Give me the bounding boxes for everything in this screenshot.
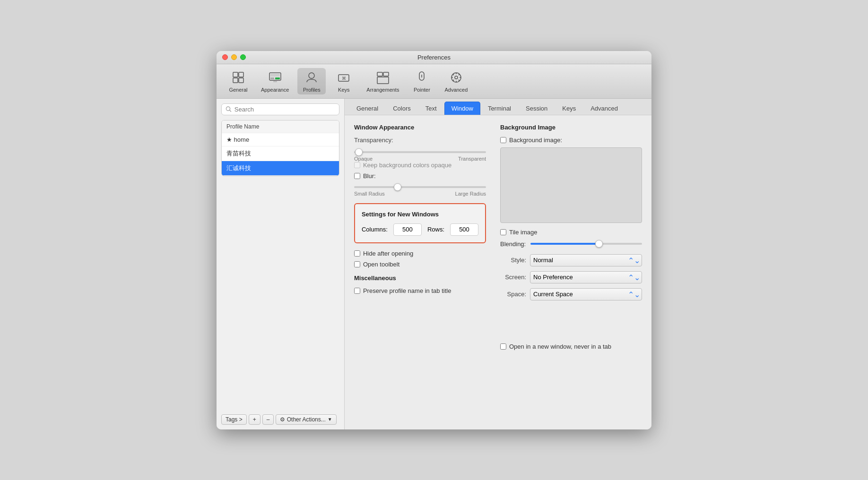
toolbar-item-pointer[interactable]: Pointer bbox=[408, 68, 436, 94]
columns-label: Columns: bbox=[362, 226, 388, 233]
toolbar-arrangements-label: Arrangements bbox=[366, 87, 399, 93]
blending-row: Blending: bbox=[500, 240, 642, 248]
transparency-slider-labels: Opaque Transparent bbox=[354, 156, 486, 162]
blur-row: Blur: bbox=[354, 172, 486, 180]
svg-rect-13 bbox=[383, 72, 389, 76]
toolbar-item-profiles[interactable]: Profiles bbox=[297, 68, 326, 94]
profile-item-qingmiao[interactable]: 青苗科技 bbox=[222, 146, 339, 161]
keep-bg-label: Keep background colors opaque bbox=[363, 162, 451, 169]
preserve-profile-checkbox[interactable] bbox=[354, 288, 360, 294]
screen-select-wrapper: No Preference Main Screen Screen with Cu… bbox=[530, 271, 642, 283]
svg-point-18 bbox=[455, 76, 458, 79]
transparency-slider-thumb[interactable] bbox=[355, 148, 363, 156]
tab-terminal[interactable]: Terminal bbox=[481, 102, 518, 115]
tab-text[interactable]: Text bbox=[418, 102, 444, 115]
tile-image-checkbox[interactable] bbox=[500, 229, 506, 235]
toolbar-pointer-label: Pointer bbox=[414, 87, 430, 93]
svg-line-24 bbox=[459, 79, 460, 80]
profile-item-huicheng[interactable]: 汇诚科技 bbox=[222, 161, 339, 176]
toolbar-item-advanced[interactable]: Advanced bbox=[440, 68, 472, 94]
transparency-slider-container: Opaque Transparent bbox=[354, 148, 486, 162]
svg-rect-12 bbox=[377, 72, 382, 76]
toolbar-advanced-label: Advanced bbox=[444, 87, 468, 93]
window-title: Preferences bbox=[417, 54, 451, 61]
svg-rect-5 bbox=[270, 74, 280, 77]
blur-slider-track[interactable] bbox=[354, 186, 486, 188]
open-toolbelt-checkbox[interactable] bbox=[354, 261, 360, 267]
minimize-button[interactable] bbox=[231, 54, 237, 60]
misc-title: Miscellaneous bbox=[354, 274, 486, 282]
open-toolbelt-label: Open toolbelt bbox=[363, 261, 399, 268]
transparent-label: Transparent bbox=[458, 156, 486, 162]
keys-icon: ⌘ bbox=[336, 70, 351, 85]
tab-general[interactable]: General bbox=[349, 102, 385, 115]
keep-bg-row: Keep background colors opaque bbox=[354, 162, 486, 169]
hide-after-opening-checkbox[interactable] bbox=[354, 250, 360, 257]
style-select-wrapper: Normal Maximized Fullscreen No Title Bar… bbox=[530, 254, 642, 266]
advanced-icon bbox=[449, 70, 464, 85]
panel-content: Window Appearance Transparency: Opaque T… bbox=[345, 115, 651, 429]
title-bar: Preferences bbox=[217, 51, 651, 64]
screen-label: Screen: bbox=[500, 274, 526, 281]
window-controls bbox=[222, 54, 246, 60]
rows-input[interactable] bbox=[450, 223, 478, 236]
open-toolbelt-row: Open toolbelt bbox=[354, 261, 486, 268]
search-input[interactable] bbox=[234, 106, 335, 113]
blending-slider[interactable] bbox=[530, 243, 642, 245]
large-radius-label: Large Radius bbox=[455, 191, 486, 197]
space-label: Space: bbox=[500, 291, 526, 298]
svg-rect-8 bbox=[273, 81, 277, 82]
bg-image-checkbox[interactable] bbox=[500, 137, 506, 143]
style-select[interactable]: Normal Maximized Fullscreen No Title Bar bbox=[530, 254, 642, 266]
other-actions-button[interactable]: ⚙ Other Actions... ▼ bbox=[276, 414, 336, 425]
profile-list-header: Profile Name bbox=[222, 120, 339, 133]
tab-colors[interactable]: Colors bbox=[386, 102, 418, 115]
tab-window[interactable]: Window bbox=[444, 102, 480, 115]
tab-keys[interactable]: Keys bbox=[555, 102, 583, 115]
screen-select[interactable]: No Preference Main Screen Screen with Cu… bbox=[530, 271, 642, 283]
toolbar-item-general[interactable]: General bbox=[224, 68, 252, 94]
transparency-row: Transparency: bbox=[354, 137, 486, 144]
tags-button[interactable]: Tags > bbox=[221, 414, 247, 425]
add-profile-button[interactable]: + bbox=[249, 414, 260, 425]
blending-thumb[interactable] bbox=[595, 240, 603, 248]
maximize-button[interactable] bbox=[240, 54, 246, 60]
toolbar-item-keys[interactable]: ⌘ Keys bbox=[330, 68, 358, 94]
transparency-slider-track[interactable] bbox=[354, 151, 486, 153]
bg-image-area[interactable] bbox=[500, 147, 642, 223]
profile-item-home[interactable]: ★ home bbox=[222, 133, 339, 146]
search-box[interactable] bbox=[221, 103, 339, 115]
hide-after-opening-row: Hide after opening bbox=[354, 250, 486, 257]
screen-row: Screen: No Preference Main Screen Screen… bbox=[500, 271, 642, 283]
main-panel: General Colors Text Window Terminal Sess… bbox=[345, 99, 651, 429]
sidebar: Profile Name ★ home 青苗科技 汇诚科技 Tags > + –… bbox=[217, 99, 345, 429]
blur-checkbox[interactable] bbox=[354, 173, 360, 179]
settings-box-title: Settings for New Windows bbox=[362, 211, 478, 218]
toolbar-appearance-label: Appearance bbox=[261, 87, 289, 93]
space-select[interactable]: Current Space All Spaces bbox=[530, 288, 642, 300]
columns-input[interactable] bbox=[393, 223, 422, 236]
preserve-profile-row: Preserve profile name in tab title bbox=[354, 287, 486, 294]
toolbar-item-appearance[interactable]: Appearance bbox=[256, 68, 294, 94]
profile-list-area: Profile Name ★ home 青苗科技 汇诚科技 bbox=[221, 120, 339, 411]
blur-label: Blur: bbox=[363, 172, 376, 180]
open-new-window-checkbox[interactable] bbox=[500, 343, 506, 350]
toolbar-profiles-label: Profiles bbox=[303, 87, 321, 93]
other-actions-dropdown-icon: ▼ bbox=[328, 417, 332, 422]
keep-bg-checkbox[interactable] bbox=[354, 162, 360, 168]
hide-after-opening-label: Hide after opening bbox=[363, 250, 413, 257]
close-button[interactable] bbox=[222, 54, 228, 60]
tab-session[interactable]: Session bbox=[519, 102, 555, 115]
arrangements-icon bbox=[375, 70, 391, 85]
tab-advanced[interactable]: Advanced bbox=[583, 102, 625, 115]
bg-image-title: Background Image bbox=[500, 124, 642, 131]
blur-slider-thumb[interactable] bbox=[394, 183, 401, 191]
other-actions-label: ⚙ Other Actions... bbox=[280, 416, 325, 423]
general-icon bbox=[231, 70, 246, 85]
remove-profile-button[interactable]: – bbox=[262, 414, 274, 425]
settings-for-new-windows-box: Settings for New Windows Columns: Rows: bbox=[354, 203, 486, 243]
toolbar-item-arrangements[interactable]: Arrangements bbox=[362, 68, 404, 94]
open-new-window-row: Open in a new window, never in a tab bbox=[500, 343, 642, 350]
blur-slider-labels: Small Radius Large Radius bbox=[354, 191, 486, 197]
svg-rect-2 bbox=[233, 78, 238, 83]
